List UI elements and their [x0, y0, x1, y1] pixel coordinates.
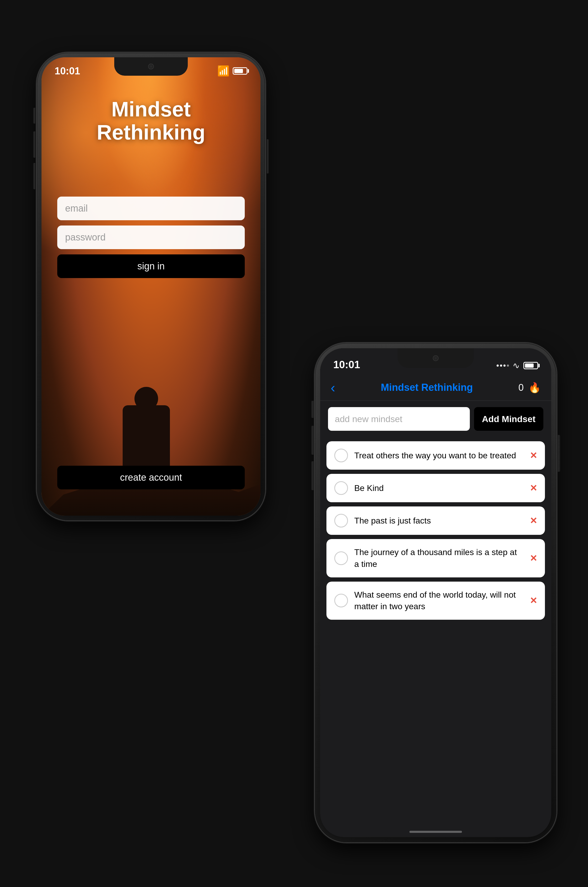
- mindset-checkbox-5[interactable]: [334, 594, 348, 607]
- chevron-left-icon: ‹: [331, 381, 335, 394]
- nav-bar: ‹ Mindset Rethinking 0 🔥: [320, 374, 551, 401]
- add-mindset-button-label: Add Mindset: [482, 414, 536, 424]
- fire-icon: 🔥: [528, 382, 541, 394]
- wifi-icon-front: ∿: [513, 361, 520, 371]
- signal-dots: [496, 365, 509, 367]
- front-phone-screen: 10:01 ∿ ‹: [320, 348, 551, 837]
- mindset-list: Treat others the way you want to be trea…: [320, 437, 551, 624]
- mindset-item[interactable]: What seems end of the world today, will …: [326, 582, 545, 620]
- login-status-icons: 📶: [217, 65, 248, 77]
- mindset-checkbox-1[interactable]: [334, 449, 348, 462]
- silent-switch: [33, 108, 35, 123]
- login-title-container: MindsetRethinking: [42, 98, 261, 144]
- signal-dot-2: [500, 365, 502, 367]
- front-phone-notch: [398, 348, 474, 368]
- mindset-text-2: Be Kind: [354, 482, 524, 494]
- battery-fill: [234, 69, 243, 73]
- back-button[interactable]: ‹: [331, 381, 335, 394]
- mindset-item[interactable]: The journey of a thousand miles is a ste…: [326, 539, 545, 577]
- front-power-button: [558, 435, 560, 472]
- back-phone-screen: 10:01 📶 MindsetRethinking email passw: [42, 57, 261, 516]
- password-field[interactable]: password: [57, 226, 245, 249]
- mindset-checkbox-2[interactable]: [334, 481, 348, 495]
- front-silent-switch: [311, 401, 314, 418]
- mindset-item[interactable]: Be Kind ✕: [326, 474, 545, 502]
- mindset-item[interactable]: The past is just facts ✕: [326, 507, 545, 535]
- mindset-delete-3[interactable]: ✕: [530, 516, 537, 526]
- home-indicator: [410, 831, 462, 833]
- volume-up-button: [33, 131, 35, 158]
- email-field[interactable]: email: [57, 197, 245, 220]
- mindset-checkbox-4[interactable]: [334, 552, 348, 565]
- front-volume-down-button: [311, 461, 314, 490]
- login-screen: 10:01 📶 MindsetRethinking email passw: [42, 57, 261, 516]
- mindset-delete-1[interactable]: ✕: [530, 450, 537, 461]
- battery-icon-front: [524, 362, 538, 369]
- login-title: MindsetRethinking: [57, 98, 245, 144]
- nav-right-section: 0 🔥: [518, 382, 541, 394]
- add-mindset-input[interactable]: add new mindset: [328, 407, 470, 431]
- mindset-text-4: The journey of a thousand miles is a ste…: [354, 546, 524, 570]
- login-time: 10:01: [55, 65, 80, 77]
- mindset-delete-2[interactable]: ✕: [530, 483, 537, 493]
- mindset-time: 10:01: [333, 359, 360, 371]
- create-account-label: create account: [120, 472, 182, 483]
- mindset-text-5: What seems end of the world today, will …: [354, 589, 524, 613]
- mindset-text-3: The past is just facts: [354, 515, 524, 527]
- power-button: [267, 139, 269, 173]
- mindset-text-1: Treat others the way you want to be trea…: [354, 450, 524, 462]
- battery-icon: [232, 67, 248, 75]
- mindset-screen: 10:01 ∿ ‹: [320, 348, 551, 837]
- mindset-item[interactable]: Treat others the way you want to be trea…: [326, 441, 545, 470]
- add-mindset-button[interactable]: Add Mindset: [474, 407, 543, 431]
- streak-count: 0: [518, 382, 524, 393]
- nav-title: Mindset Rethinking: [381, 382, 473, 393]
- add-input-placeholder: add new mindset: [335, 414, 402, 424]
- password-placeholder: password: [65, 232, 106, 243]
- mindset-delete-4[interactable]: ✕: [530, 553, 537, 564]
- wifi-icon: 📶: [217, 65, 230, 77]
- front-phone: 10:01 ∿ ‹: [315, 343, 556, 842]
- sign-in-label: sign in: [137, 261, 165, 272]
- sign-in-button[interactable]: sign in: [57, 254, 245, 278]
- signal-dot-1: [496, 365, 499, 367]
- signal-dot-4: [507, 365, 509, 367]
- login-form: email password sign in: [42, 197, 261, 278]
- back-phone-notch: [114, 57, 188, 76]
- back-phone: 10:01 📶 MindsetRethinking email passw: [37, 53, 265, 520]
- email-placeholder: email: [65, 203, 88, 214]
- front-camera-2: [433, 355, 439, 361]
- signal-dot-3: [503, 365, 506, 367]
- mindset-checkbox-3[interactable]: [334, 514, 348, 528]
- volume-down-button: [33, 163, 35, 189]
- add-mindset-row: add new mindset Add Mindset: [320, 401, 551, 437]
- mindset-delete-5[interactable]: ✕: [530, 595, 537, 606]
- front-camera: [148, 64, 154, 69]
- battery-fill-front: [525, 364, 534, 368]
- front-volume-up-button: [311, 426, 314, 455]
- status-right-icons: ∿: [496, 361, 538, 371]
- create-account-button[interactable]: create account: [57, 466, 245, 489]
